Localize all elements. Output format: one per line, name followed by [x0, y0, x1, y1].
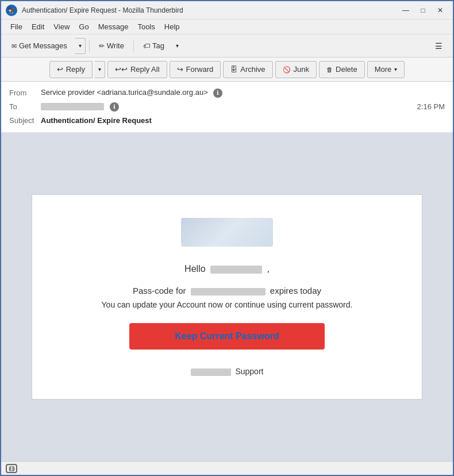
connection-status-icon: ((·))	[6, 464, 17, 473]
reply-all-icon: ↩↩	[115, 65, 128, 74]
menu-tools[interactable]: Tools	[133, 21, 159, 32]
reply-all-button[interactable]: ↩↩ Reply All	[107, 61, 167, 78]
menu-go[interactable]: Go	[74, 21, 93, 32]
menu-bar: File Edit View Go Message Tools Help	[1, 20, 453, 34]
junk-icon	[283, 65, 291, 74]
more-chevron-icon: ▾	[394, 66, 397, 72]
subject-row: Subject Authentication/ Expire Request	[9, 114, 445, 126]
toolbar-divider-1	[89, 40, 90, 52]
from-name: Service provider	[41, 88, 95, 97]
get-messages-dropdown[interactable]: ▾	[75, 38, 86, 54]
from-row: From Service provider <adriana.turica@su…	[9, 86, 445, 99]
window-title: Authentication/ Expire Request - Mozilla…	[22, 6, 398, 14]
passcode-line: Pass-code for expires today	[67, 286, 387, 295]
minimize-button[interactable]: —	[398, 4, 414, 17]
to-label: To	[9, 102, 41, 111]
main-toolbar: Get Messages ▾ Write Tag ▾	[1, 34, 453, 57]
update-line: You can update your Account now or conti…	[67, 300, 387, 309]
menu-file[interactable]: File	[6, 21, 27, 32]
reply-chevron-icon: ▾	[98, 66, 101, 72]
title-bar: 🦅 Authentication/ Expire Request - Mozil…	[1, 1, 453, 20]
sender-info-icon[interactable]: ℹ	[213, 89, 222, 98]
hamburger-icon	[435, 41, 443, 51]
chevron-down-icon: ▾	[79, 43, 82, 49]
more-button[interactable]: More ▾	[367, 61, 405, 78]
to-row: To ℹ 2:16 PM	[9, 100, 445, 113]
tag-dropdown[interactable]: ▾	[172, 38, 182, 54]
hello-comma: ,	[267, 264, 269, 274]
write-icon	[99, 41, 105, 50]
to-value: ℹ	[41, 102, 417, 112]
reply-dropdown[interactable]: ▾	[95, 61, 105, 78]
delete-icon	[326, 65, 333, 74]
email-subject: Authentication/ Expire Request	[41, 116, 152, 125]
email-time: 2:16 PM	[417, 102, 445, 111]
email-card: Hello , Pass-code for expires today You …	[32, 194, 422, 400]
window-controls: — □ ✕	[398, 4, 448, 17]
archive-button[interactable]: Archive	[223, 61, 272, 78]
passcode-prefix: Pass-code for	[133, 286, 186, 295]
passcode-blurred	[191, 288, 266, 295]
hamburger-menu-button[interactable]	[429, 38, 448, 54]
from-value: Service provider <adriana.turica@sundale…	[41, 88, 445, 98]
tag-icon	[143, 41, 150, 50]
forward-icon	[177, 65, 183, 74]
menu-help[interactable]: Help	[160, 21, 184, 32]
action-bar: Reply ▾ ↩↩ Reply All Forward Archive Jun…	[1, 57, 453, 82]
keep-password-button[interactable]: Keep Current Password	[129, 323, 325, 350]
signal-icon: ((·))	[9, 466, 14, 471]
get-messages-button[interactable]: Get Messages	[6, 38, 73, 54]
maximize-button[interactable]: □	[415, 4, 431, 17]
envelope-icon	[11, 41, 17, 50]
hello-line: Hello ,	[67, 264, 387, 274]
email-body: BG Hello , Pass-code for expires today Y…	[1, 133, 453, 461]
status-bar: ((·))	[1, 461, 453, 475]
to-blurred	[41, 103, 104, 110]
support-blurred	[191, 368, 231, 376]
menu-view[interactable]: View	[49, 21, 74, 32]
passcode-suffix: expires today	[270, 286, 321, 295]
subject-label: Subject	[9, 116, 41, 125]
write-button[interactable]: Write	[93, 38, 130, 54]
close-button[interactable]: ✕	[432, 4, 448, 17]
chevron-tag-icon: ▾	[176, 43, 179, 49]
reply-button[interactable]: Reply	[49, 61, 93, 78]
menu-edit[interactable]: Edit	[27, 21, 49, 32]
support-line: Support	[67, 367, 387, 376]
delete-button[interactable]: Delete	[319, 61, 365, 78]
support-text: Support	[235, 367, 263, 376]
app-window: 🦅 Authentication/ Expire Request - Mozil…	[0, 0, 454, 476]
archive-icon	[230, 65, 237, 74]
toolbar-divider-2	[133, 40, 134, 52]
email-header: From Service provider <adriana.turica@su…	[1, 82, 453, 133]
hello-blurred-name	[210, 266, 262, 274]
recipient-info-icon[interactable]: ℹ	[110, 102, 119, 112]
app-icon: 🦅	[6, 5, 17, 16]
menu-message[interactable]: Message	[94, 21, 133, 32]
reply-icon	[57, 65, 63, 74]
email-logo	[181, 218, 273, 247]
from-label: From	[9, 89, 41, 97]
junk-button[interactable]: Junk	[275, 61, 317, 78]
hello-text: Hello	[184, 264, 205, 274]
forward-button[interactable]: Forward	[170, 61, 221, 78]
from-email: <adriana.turica@sundale.org.au>	[97, 88, 208, 97]
tag-button[interactable]: Tag	[137, 38, 170, 54]
